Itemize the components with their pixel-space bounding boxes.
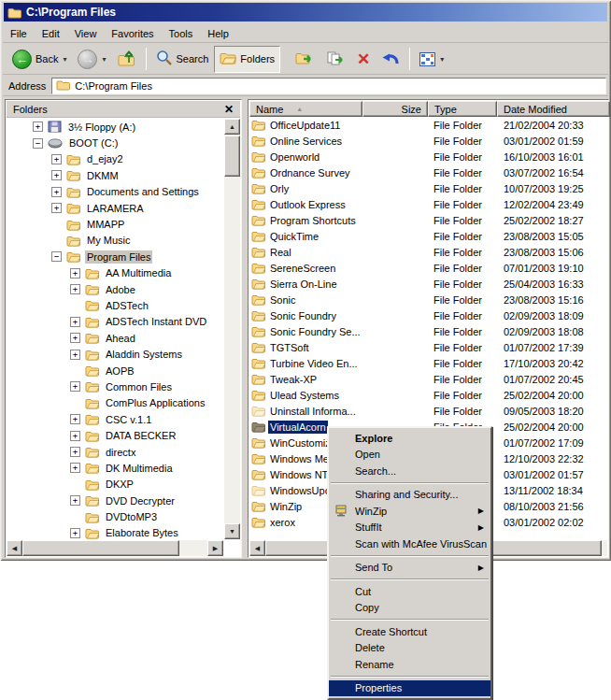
file-row-online-services[interactable]: Online ServicesFile Folder03/01/2002 01:… [249,133,607,149]
back-button[interactable]: ← Back ▾ [7,46,72,73]
tree-item-csc-v-1-1[interactable]: +CSC v.1.1 [7,411,223,427]
views-dropdown-icon[interactable]: ▾ [440,55,444,64]
expand-icon[interactable]: + [70,431,80,441]
file-row-officeupdate11[interactable]: OfficeUpdate11File Folder21/02/2004 20:3… [249,117,607,133]
copy-to-button[interactable] [320,46,351,73]
expand-icon[interactable]: + [70,414,80,424]
collapse-icon[interactable]: − [33,138,43,149]
title-bar[interactable]: C:\Program Files [4,3,607,21]
expand-icon[interactable]: + [70,284,80,294]
tree-hscroll-thumb[interactable] [22,540,179,556]
menu-view[interactable]: View [67,26,105,41]
expand-icon[interactable]: + [70,381,80,392]
expand-icon[interactable]: + [70,333,80,343]
tree-item-adstech-instant-dvd[interactable]: +ADSTech Instant DVD [7,314,223,330]
forward-dropdown-icon[interactable]: ▾ [102,55,106,64]
scroll-left-icon[interactable]: ◀ [7,540,22,556]
tree-item-documents-and-settings[interactable]: +Documents and Settings [7,184,223,200]
tree-item-adstech[interactable]: ADSTech [7,297,223,313]
file-row-tgtsoft[interactable]: TGTSoftFile Folder01/07/2002 17:39 [249,339,607,355]
tree-item-d-ejay2[interactable]: +d_ejay2 [7,151,223,167]
forward-button[interactable]: → ▾ [72,46,111,73]
context-menu-item-rename[interactable]: Rename [329,656,490,673]
tree-item-dkxp[interactable]: DKXP [7,477,223,493]
menu-tools[interactable]: Tools [162,26,201,41]
file-row-ordnance-survey[interactable]: Ordnance SurveyFile Folder03/07/2002 16:… [249,164,607,180]
context-menu-item-stuffit[interactable]: StuffIt▶ [329,520,490,536]
file-row-serenescreen[interactable]: SereneScreenFile Folder07/01/2003 19:10 [249,260,607,276]
file-row-sierra-on-line[interactable]: Sierra On-LineFile Folder25/04/2003 16:3… [249,276,607,292]
column-header-date-modified[interactable]: Date Modified [497,101,610,117]
expand-icon[interactable]: + [70,350,80,360]
context-menu-item-create-shortcut[interactable]: Create Shortcut [329,623,490,640]
column-header-size[interactable]: Size [362,101,428,117]
tree-vertical-scrollbar[interactable]: ▲ ▼ [224,119,240,539]
tree-item-dkmm[interactable]: +DKMM [7,167,223,183]
tree-item-complus-applications[interactable]: ComPlus Applications [7,395,223,411]
tree-item-adobe[interactable]: +Adobe [7,281,223,297]
tree-item-aladdin-systems[interactable]: +Aladdin Systems [7,346,223,362]
tree-item-aa-multimedia[interactable]: +AA Multimedia [7,265,223,281]
expand-icon[interactable]: + [33,121,43,132]
file-row-outlook-express[interactable]: Outlook ExpressFile Folder12/02/2004 23:… [249,196,607,212]
context-menu-item-search[interactable]: Search... [329,463,490,479]
back-dropdown-icon[interactable]: ▾ [63,55,66,64]
scroll-up-icon[interactable]: ▲ [224,119,240,135]
expand-icon[interactable]: + [70,528,80,538]
expand-icon[interactable]: + [51,203,62,213]
views-button[interactable]: ▾ [414,46,449,73]
expand-icon[interactable]: + [51,170,62,180]
menu-favorites[interactable]: Favorites [104,26,161,41]
file-row-turbine-video-en[interactable]: Turbine Video En...File Folder17/10/2003… [249,355,607,371]
tree-item-dvdtomp3[interactable]: DVDtoMP3 [7,508,223,524]
column-header-type[interactable]: Type [428,101,497,117]
file-row-sonic[interactable]: SonicFile Folder23/08/2003 15:16 [249,292,607,307]
tree-item-3-floppy-a[interactable]: +3½ Floppy (A:) [7,119,223,135]
file-row-real[interactable]: RealFile Folder23/08/2003 15:06 [249,244,607,260]
file-row-tweak-xp[interactable]: Tweak-XPFile Folder01/07/2002 20:45 [249,371,607,387]
tree-vscroll-thumb[interactable] [224,136,240,177]
file-row-ulead-systems[interactable]: Ulead SystemsFile Folder25/02/2004 20:00 [249,387,607,403]
tree-item-boot-c[interactable]: −BOOT (C:) [7,135,223,150]
address-input[interactable]: C:\Program Files [51,78,606,94]
expand-icon[interactable]: + [70,463,80,473]
expand-icon[interactable]: + [51,187,62,197]
file-row-sonic-foundry-se[interactable]: Sonic Foundry Se...File Folder02/09/2003… [249,323,607,339]
menu-help[interactable]: Help [200,26,236,41]
tree-item-laramera[interactable]: +LARAMERA [7,200,223,216]
scroll-right-icon[interactable]: ▶ [207,540,223,556]
tree-item-data-becker[interactable]: +DATA BECKER [7,427,223,443]
tree-item-mmapp[interactable]: MMAPP [7,216,223,232]
menu-file[interactable]: File [3,26,35,41]
file-row-openworld[interactable]: OpenworldFile Folder16/10/2003 16:01 [249,149,607,164]
expand-icon[interactable]: + [70,317,80,327]
file-row-program-shortcuts[interactable]: Program ShortcutsFile Folder25/02/2002 1… [249,212,607,228]
tree-item-dvd-decrypter[interactable]: +DVD Decrypter [7,493,223,508]
delete-button[interactable]: ✕ [351,46,376,73]
context-menu-item-scan-with-mcafee-virusscan[interactable]: Scan with McAfee VirusScan [329,536,490,552]
menu-edit[interactable]: Edit [35,26,67,41]
context-menu-item-send-to[interactable]: Send To▶ [329,560,490,577]
file-row-sonic-foundry[interactable]: Sonic FoundryFile Folder02/09/2003 18:09 [249,307,607,323]
expand-icon[interactable]: + [70,447,80,457]
search-button[interactable]: Search [150,46,215,73]
tree-horizontal-scrollbar[interactable]: ◀ ▶ [7,540,223,556]
context-menu-item-explore[interactable]: Explore [329,430,490,447]
tree-item-ahead[interactable]: +Ahead [7,330,223,346]
up-button[interactable] [112,46,142,73]
expand-icon[interactable]: + [51,154,62,164]
collapse-icon[interactable]: − [51,251,62,262]
context-menu-item-winzip[interactable]: WinZip▶ [329,503,490,520]
file-row-quicktime[interactable]: QuickTimeFile Folder23/08/2003 15:05 [249,228,607,244]
move-to-button[interactable] [290,46,320,73]
file-row-orly[interactable]: OrlyFile Folder10/07/2003 19:25 [249,180,607,196]
scroll-down-icon[interactable]: ▼ [224,523,240,539]
close-icon[interactable]: ✕ [224,103,234,116]
tree-item-common-files[interactable]: +Common Files [7,379,223,394]
tree-item-my-music[interactable]: My Music [7,233,223,249]
context-menu-item-cut[interactable]: Cut [329,583,490,600]
tree-item-aopb[interactable]: AOPB [7,363,223,379]
tree-item-elaborate-bytes[interactable]: +Elaborate Bytes [7,525,223,539]
context-menu-item-delete[interactable]: Delete [329,640,490,657]
folders-button[interactable]: Folders [214,46,280,73]
